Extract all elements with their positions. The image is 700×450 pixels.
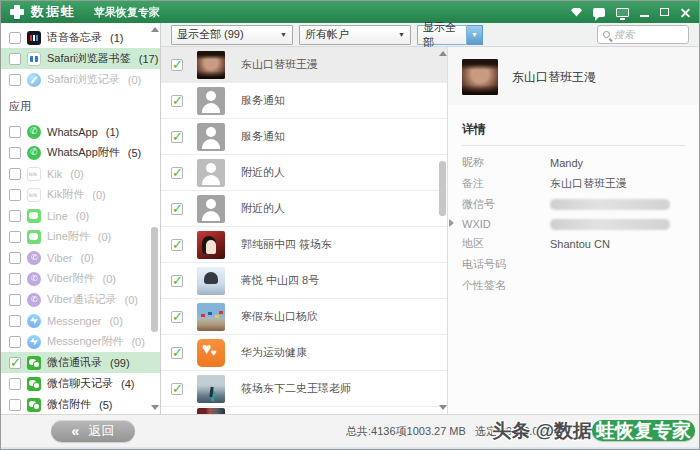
search-box[interactable] bbox=[597, 25, 689, 44]
checkbox[interactable] bbox=[9, 399, 21, 411]
sidebar-item[interactable]: WhatsApp附件 (5) bbox=[1, 142, 160, 163]
sidebar-item[interactable]: Safari浏览记录 (0) bbox=[1, 69, 160, 90]
checkbox[interactable] bbox=[9, 315, 21, 327]
sidebar-scroll-thumb[interactable] bbox=[151, 227, 158, 332]
sidebar-item-label: 微信聊天记录 bbox=[47, 376, 113, 391]
content-area: 东山口替班王漫 服务通知 服务通知 附近的人 附近的人 郭纯丽中四 筱场东 蒋悦… bbox=[161, 47, 699, 414]
checkbox[interactable] bbox=[9, 252, 21, 264]
maximize-button[interactable] bbox=[660, 8, 669, 16]
field-label: 个性签名 bbox=[462, 278, 550, 293]
sidebar-item[interactable]: Viber通话记录 (0) bbox=[1, 289, 160, 310]
checkbox[interactable] bbox=[171, 167, 183, 179]
sidebar-item-label: Messenger bbox=[47, 315, 101, 327]
panel-collapse-arrow[interactable] bbox=[449, 219, 454, 227]
list-scroll-thumb[interactable] bbox=[439, 161, 446, 216]
checkbox[interactable] bbox=[9, 147, 21, 159]
screen-share-icon[interactable] bbox=[616, 8, 629, 17]
checkbox[interactable] bbox=[9, 74, 21, 86]
display-filter-arrow-button[interactable]: ▼ bbox=[467, 25, 483, 45]
search-input[interactable] bbox=[614, 29, 683, 40]
checkbox[interactable] bbox=[9, 168, 21, 180]
sidebar-item[interactable]: 语音备忘录 (1) bbox=[1, 27, 160, 48]
checkbox[interactable] bbox=[171, 95, 183, 107]
checkbox[interactable] bbox=[171, 131, 183, 143]
contact-row[interactable]: 郭纯丽中四 筱场东 bbox=[161, 227, 447, 263]
checkbox[interactable] bbox=[171, 347, 183, 359]
scroll-up-arrow-icon[interactable] bbox=[151, 27, 159, 32]
close-button[interactable] bbox=[680, 7, 691, 18]
sidebar-item-count: (1) bbox=[110, 32, 123, 44]
safari-bookmarks-icon bbox=[27, 52, 41, 66]
contact-row[interactable]: 东山口替班王漫 bbox=[161, 47, 447, 83]
sidebar-app-group: WhatsApp (1) WhatsApp附件 (5) Kik (0) Kik附… bbox=[1, 121, 160, 414]
details-section-header: 详情 bbox=[448, 105, 699, 145]
contact-row[interactable]: 筱场东下二史王璟老师 bbox=[161, 371, 447, 407]
checkbox[interactable] bbox=[171, 383, 183, 395]
checkbox[interactable] bbox=[171, 275, 183, 287]
sidebar-item[interactable]: WhatsApp (1) bbox=[1, 121, 160, 142]
checkbox[interactable] bbox=[9, 189, 21, 201]
sidebar-item[interactable]: Viber附件 (0) bbox=[1, 268, 160, 289]
sidebar-item[interactable]: Messenger附件 (0) bbox=[1, 331, 160, 352]
sidebar-item-count: (0) bbox=[128, 74, 141, 86]
sidebar-item-label: Kik附件 bbox=[47, 187, 84, 202]
checkbox[interactable] bbox=[9, 210, 21, 222]
checkbox[interactable] bbox=[171, 311, 183, 323]
checkbox[interactable] bbox=[9, 336, 21, 348]
contact-row[interactable]: 蒋悦 中山四 8号 bbox=[161, 263, 447, 299]
sidebar-item[interactable]: Line (0) bbox=[1, 205, 160, 226]
list-scrollbar[interactable] bbox=[438, 49, 447, 412]
show-all-dropdown-label: 显示全部 (99) bbox=[177, 27, 244, 42]
sidebar-item[interactable]: 微信附件 (5) bbox=[1, 394, 160, 414]
sidebar-item[interactable]: Kik附件 (0) bbox=[1, 184, 160, 205]
sidebar-item[interactable]: 微信通讯录 (99) bbox=[1, 352, 160, 373]
checkbox[interactable] bbox=[9, 273, 21, 285]
scroll-down-arrow-icon[interactable] bbox=[151, 405, 159, 410]
checkbox[interactable] bbox=[171, 239, 183, 251]
checkbox[interactable] bbox=[9, 231, 21, 243]
search-icon bbox=[603, 31, 610, 38]
redacted-value bbox=[550, 219, 670, 230]
checkbox[interactable] bbox=[171, 203, 183, 215]
contact-row[interactable] bbox=[161, 407, 447, 414]
contact-row[interactable]: 附近的人 bbox=[161, 155, 447, 191]
detail-fields: 昵称 Mandy 备注 东山口替班王漫 微信号 WXID 地区 Shantou … bbox=[448, 146, 699, 296]
checkbox[interactable] bbox=[9, 32, 21, 44]
sidebar-item[interactable]: 微信聊天记录 (4) bbox=[1, 373, 160, 394]
scroll-down-arrow-icon[interactable] bbox=[439, 405, 447, 410]
sidebar-item[interactable]: Safari浏览器书签 (17) bbox=[1, 48, 160, 69]
gem-icon[interactable] bbox=[571, 8, 582, 17]
checkbox[interactable] bbox=[9, 357, 21, 369]
sidebar-item[interactable]: Kik (0) bbox=[1, 163, 160, 184]
total-count: 总共:4136项1003.27 MB bbox=[346, 425, 466, 437]
contact-row[interactable]: 寒假东山口杨欣 bbox=[161, 299, 447, 335]
account-dropdown[interactable]: 所有帐户 ▼ bbox=[299, 25, 411, 45]
contact-row[interactable]: 附近的人 bbox=[161, 191, 447, 227]
contact-row[interactable]: 服务通知 bbox=[161, 119, 447, 155]
sidebar-item-count: (0) bbox=[76, 210, 89, 222]
checkbox[interactable] bbox=[171, 59, 183, 71]
sidebar-item-count: (0) bbox=[80, 252, 93, 264]
scroll-up-arrow-icon[interactable] bbox=[439, 51, 447, 56]
contact-rows: 东山口替班王漫 服务通知 服务通知 附近的人 附近的人 郭纯丽中四 筱场东 蒋悦… bbox=[161, 47, 447, 414]
sidebar-item-count: (0) bbox=[102, 273, 115, 285]
sidebar-item[interactable]: Line附件 (0) bbox=[1, 226, 160, 247]
sidebar-item[interactable]: Viber (0) bbox=[1, 247, 160, 268]
contact-row[interactable]: 服务通知 bbox=[161, 83, 447, 119]
sidebar-item[interactable]: Messenger (0) bbox=[1, 310, 160, 331]
sidebar-item-label: Messenger附件 bbox=[47, 334, 123, 349]
minimize-button[interactable] bbox=[640, 15, 649, 17]
checkbox[interactable] bbox=[9, 294, 21, 306]
field-label: 微信号 bbox=[462, 197, 550, 212]
checkbox[interactable] bbox=[9, 126, 21, 138]
checkbox[interactable] bbox=[9, 53, 21, 65]
footer-bar: « 返回 总共:4136项1003.27 MB 选定:99项0.00 B 头条 … bbox=[1, 414, 699, 447]
display-filter-dropdown[interactable]: 显示全部 bbox=[417, 25, 467, 45]
show-all-dropdown[interactable]: 显示全部 (99) ▼ bbox=[171, 25, 293, 45]
chat-bubble-icon[interactable] bbox=[593, 8, 605, 17]
contact-row[interactable]: 华为运动健康 bbox=[161, 335, 447, 371]
sidebar-scrollbar[interactable] bbox=[150, 25, 159, 412]
checkbox[interactable] bbox=[9, 378, 21, 390]
back-button[interactable]: « 返回 bbox=[51, 420, 135, 442]
wechat-icon bbox=[27, 398, 41, 412]
